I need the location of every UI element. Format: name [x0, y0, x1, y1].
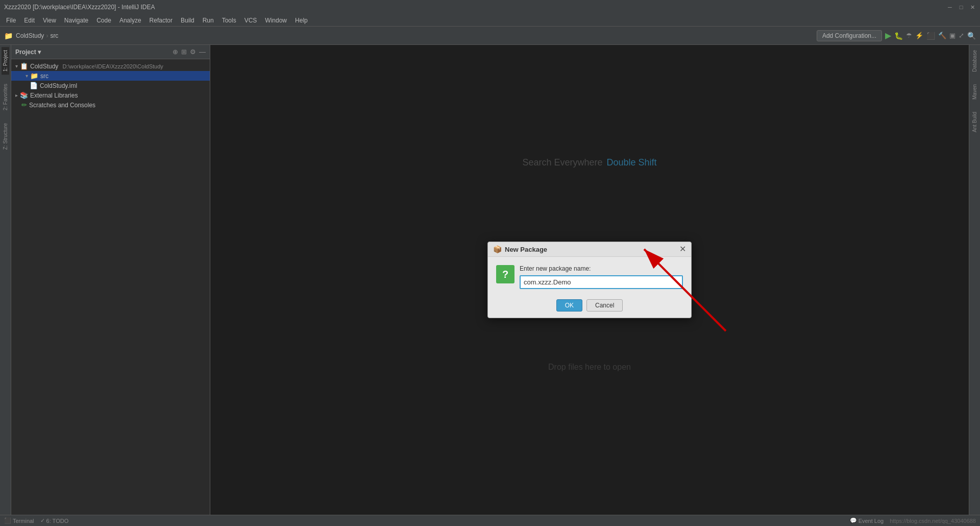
- package-name-input[interactable]: [520, 275, 683, 289]
- sidebar-tab-structure[interactable]: Z: Structure: [2, 120, 9, 153]
- terminal-button[interactable]: ⬛ Terminal: [4, 517, 34, 524]
- menu-analyze[interactable]: Analyze: [115, 16, 145, 25]
- main-area: 1: Project 2: Favorites Z: Structure Pro…: [0, 45, 980, 515]
- event-log-icon: 💬: [850, 517, 857, 524]
- tree-label-scratches: Scratches and Consoles: [29, 102, 95, 109]
- maximize-button[interactable]: □: [958, 4, 965, 11]
- sidebar-tab-maven[interactable]: Maven: [971, 81, 978, 103]
- tree-label-iml: ColdStudy.iml: [40, 82, 77, 89]
- todo-label: 6: TODO: [46, 518, 69, 524]
- menu-navigate[interactable]: Navigate: [60, 16, 92, 25]
- event-log-button[interactable]: 💬 Event Log: [850, 517, 884, 524]
- project-icon: 📋: [20, 62, 28, 70]
- menu-bar: File Edit View Navigate Code Analyze Ref…: [0, 14, 980, 27]
- dialog-cancel-button[interactable]: Cancel: [586, 299, 623, 312]
- sidebar-tab-favorites[interactable]: 2: Favorites: [2, 81, 9, 113]
- dialog-content: Enter new package name:: [520, 265, 683, 289]
- dialog-title-bar: 📦 New Package ✕: [488, 242, 691, 257]
- menu-help[interactable]: Help: [291, 16, 312, 25]
- minimize-panel-icon[interactable]: —: [199, 48, 206, 56]
- build-icon[interactable]: 🔨: [938, 32, 946, 39]
- menu-code[interactable]: Code: [92, 16, 115, 25]
- collapse-icon[interactable]: ⊞: [181, 48, 187, 56]
- terminal-label: Terminal: [13, 518, 34, 524]
- menu-file[interactable]: File: [2, 16, 20, 25]
- file-iml-icon: 📄: [30, 82, 38, 89]
- todo-button[interactable]: ✓ 6: TODO: [40, 517, 69, 524]
- title-bar: Xzzz2020 [D:\workplace\IDEA\Xzzz2020] - …: [0, 0, 980, 14]
- terminal-icon: ⬛: [4, 517, 11, 524]
- expand-icon[interactable]: ⤢: [959, 32, 964, 39]
- menu-refactor[interactable]: Refactor: [145, 16, 177, 25]
- dialog-body: ? Enter new package name:: [488, 257, 691, 295]
- tree-expand-coldstudy: ▾: [15, 63, 18, 69]
- project-panel-icons: ⊕ ⊞ ⚙ —: [173, 48, 206, 56]
- settings-icon[interactable]: ⚙: [190, 48, 196, 56]
- menu-tools[interactable]: Tools: [218, 16, 240, 25]
- left-side-tabs: 1: Project 2: Favorites Z: Structure: [0, 45, 11, 515]
- status-right: 💬 Event Log https://blog.csdn.net/qq_430…: [850, 517, 976, 524]
- menu-window[interactable]: Window: [261, 16, 291, 25]
- url-display: https://blog.csdn.net/qq_43040688: [890, 518, 976, 524]
- project-panel-header: Project ▾ ⊕ ⊞ ⚙ —: [11, 45, 210, 59]
- new-package-dialog: 📦 New Package ✕ ? Enter new package name…: [487, 242, 692, 318]
- question-mark: ?: [502, 269, 508, 280]
- add-configuration-button[interactable]: Add Configuration...: [817, 30, 882, 41]
- menu-run[interactable]: Run: [199, 16, 218, 25]
- folder-src-icon: 📁: [30, 72, 38, 80]
- project-panel-title: Project ▾: [15, 49, 41, 56]
- status-bar: ⬛ Terminal ✓ 6: TODO 💬 Event Log https:/…: [0, 515, 980, 526]
- dialog-ok-button[interactable]: OK: [556, 299, 582, 312]
- project-panel: Project ▾ ⊕ ⊞ ⚙ — ▾ 📋 ColdStudy D:\workp…: [11, 45, 210, 515]
- coverage-icon[interactable]: ☂: [906, 32, 912, 39]
- close-button[interactable]: ✕: [969, 4, 976, 11]
- tree-expand-extlibs: ▸: [15, 92, 18, 98]
- tree-label-coldstudy: ColdStudy: [30, 63, 58, 70]
- tree-item-coldstudy[interactable]: ▾ 📋 ColdStudy D:\workplace\IDEA\Xzzz2020…: [11, 61, 210, 71]
- toolbar-icon: 📁: [4, 32, 13, 40]
- tree-label-src: src: [40, 73, 48, 80]
- dialog-question-icon: ?: [496, 265, 514, 283]
- toolbar: 📁 ColdStudy › src Add Configuration... ▶…: [0, 27, 980, 45]
- menu-vcs[interactable]: VCS: [240, 16, 261, 25]
- menu-view[interactable]: View: [39, 16, 60, 25]
- menu-edit[interactable]: Edit: [20, 16, 39, 25]
- tree-item-src[interactable]: ▾ 📁 src: [11, 71, 210, 81]
- dialog-footer: OK Cancel: [488, 295, 691, 318]
- minimize-button[interactable]: ─: [946, 4, 953, 11]
- locate-icon[interactable]: ⊕: [173, 48, 178, 56]
- profile-icon[interactable]: ⚡: [915, 32, 923, 39]
- right-side-tabs: Database Maven Ant Build: [969, 45, 980, 515]
- status-left: ⬛ Terminal ✓ 6: TODO: [4, 517, 68, 524]
- stop-icon[interactable]: ⬛: [926, 32, 935, 40]
- dialog-overlay: 📦 New Package ✕ ? Enter new package name…: [210, 45, 969, 515]
- sidebar-tab-project[interactable]: 1: Project: [2, 47, 9, 75]
- window-controls: ─ □ ✕: [946, 4, 976, 11]
- run-icon[interactable]: ▶: [885, 31, 891, 40]
- dialog-title: 📦 New Package: [493, 245, 547, 253]
- tree-item-iml[interactable]: 📄 ColdStudy.iml: [11, 81, 210, 90]
- scratches-icon: ✏: [21, 101, 27, 109]
- tree-item-scratches[interactable]: ✏ Scratches and Consoles: [11, 100, 210, 110]
- tree-path-coldstudy: D:\workplace\IDEA\Xzzz2020\ColdStudy: [62, 63, 163, 69]
- extlibs-icon: 📚: [20, 91, 28, 99]
- breadcrumb-src[interactable]: src: [50, 32, 58, 39]
- debug-icon[interactable]: 🐛: [894, 32, 903, 40]
- search-icon[interactable]: 🔍: [967, 32, 976, 40]
- project-tree: ▾ 📋 ColdStudy D:\workplace\IDEA\Xzzz2020…: [11, 59, 210, 515]
- sidebar-tab-database[interactable]: Database: [971, 47, 978, 75]
- dialog-title-text: New Package: [505, 246, 547, 253]
- breadcrumb: ColdStudy › src: [16, 32, 58, 39]
- tree-item-extlibs[interactable]: ▸ 📚 External Libraries: [11, 90, 210, 100]
- dialog-close-button[interactable]: ✕: [679, 245, 686, 253]
- window-title: Xzzz2020 [D:\workplace\IDEA\Xzzz2020] - …: [4, 4, 155, 11]
- todo-icon: ✓: [40, 517, 45, 524]
- menu-build[interactable]: Build: [177, 16, 199, 25]
- dialog-input-label: Enter new package name:: [520, 265, 683, 272]
- sidebar-tab-antbuild[interactable]: Ant Build: [971, 109, 978, 135]
- tree-expand-src: ▾: [26, 73, 28, 79]
- editor-area: Search Everywhere Double Shift Drop file…: [210, 45, 969, 515]
- project-dropdown-icon[interactable]: Project ▾: [15, 49, 41, 56]
- breadcrumb-coldstudy[interactable]: ColdStudy: [16, 32, 44, 39]
- layout-icon[interactable]: ▣: [949, 32, 955, 39]
